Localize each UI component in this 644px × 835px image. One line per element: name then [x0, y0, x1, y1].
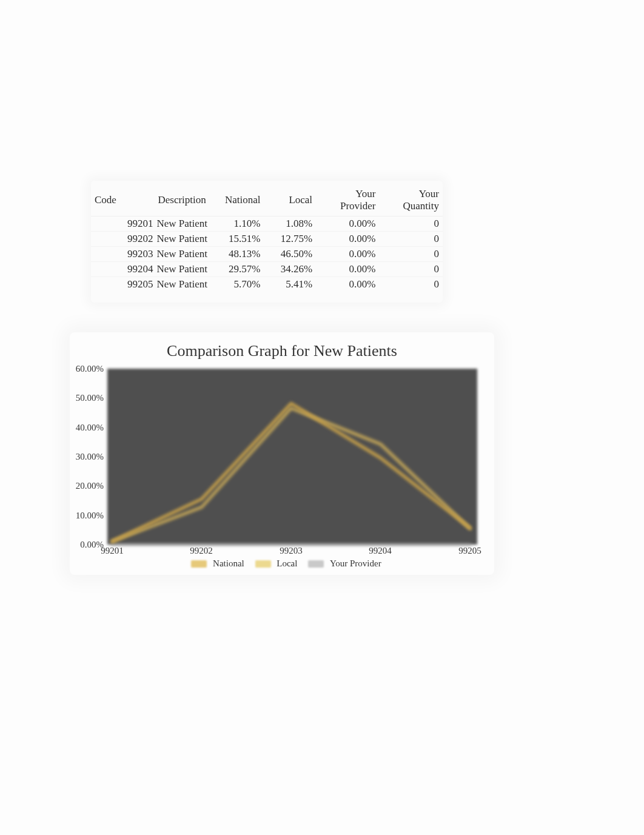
- y-tick: 0.00%: [70, 540, 104, 550]
- table-row: 99202 New Patient 15.51% 12.75% 0.00% 0: [91, 232, 443, 247]
- cell-desc: New Patient: [154, 232, 212, 247]
- cell-national: 29.57%: [212, 262, 264, 277]
- table-row: 99201 New Patient 1.10% 1.08% 0.00% 0: [91, 216, 443, 232]
- legend-label-national: National: [213, 558, 244, 568]
- cell-desc: New Patient: [154, 262, 212, 277]
- cell-code: 99205: [91, 277, 154, 292]
- legend-swatch-provider: [308, 560, 324, 568]
- chart-lines: [107, 369, 477, 545]
- chart-title: Comparison Graph for New Patients: [70, 332, 494, 360]
- comparison-chart: Comparison Graph for New Patients 0.00% …: [70, 332, 494, 575]
- cell-quantity: 0: [380, 232, 443, 247]
- cell-quantity: 0: [380, 247, 443, 262]
- col-quantity: Your Quantity: [380, 186, 443, 216]
- cell-quantity: 0: [380, 262, 443, 277]
- y-tick: 50.00%: [70, 393, 104, 403]
- cell-national: 48.13%: [212, 247, 264, 262]
- legend-label-provider: Your Provider: [330, 558, 381, 568]
- legend-swatch-local: [255, 560, 271, 568]
- cell-code: 99203: [91, 247, 154, 262]
- cell-code: 99201: [91, 216, 154, 232]
- table-header-row: Code Description National Local Your Pro…: [91, 186, 443, 216]
- y-tick: 60.00%: [70, 364, 104, 374]
- x-tick: 99203: [280, 546, 303, 556]
- table-row: 99203 New Patient 48.13% 46.50% 0.00% 0: [91, 247, 443, 262]
- col-local: Local: [264, 186, 316, 216]
- x-tick: 99201: [101, 546, 124, 556]
- table-row: 99204 New Patient 29.57% 34.26% 0.00% 0: [91, 262, 443, 277]
- x-tick: 99205: [458, 546, 481, 556]
- cell-provider: 0.00%: [316, 262, 379, 277]
- col-code: Code: [91, 186, 154, 216]
- table: Code Description National Local Your Pro…: [91, 186, 443, 292]
- cell-local: 46.50%: [264, 247, 316, 262]
- cell-local: 34.26%: [264, 262, 316, 277]
- cell-code: 99204: [91, 262, 154, 277]
- cell-code: 99202: [91, 232, 154, 247]
- col-description: Description: [154, 186, 212, 216]
- y-tick: 10.00%: [70, 510, 104, 520]
- legend-label-local: Local: [277, 558, 297, 568]
- y-tick: 40.00%: [70, 422, 104, 432]
- cell-local: 1.08%: [264, 216, 316, 232]
- cell-provider: 0.00%: [316, 216, 379, 232]
- cell-desc: New Patient: [154, 277, 212, 292]
- cell-national: 1.10%: [212, 216, 264, 232]
- cell-national: 5.70%: [212, 277, 264, 292]
- data-table: Code Description National Local Your Pro…: [91, 181, 443, 303]
- cell-desc: New Patient: [154, 247, 212, 262]
- x-tick: 99202: [190, 546, 213, 556]
- table-row: 99205 New Patient 5.70% 5.41% 0.00% 0: [91, 277, 443, 292]
- col-national: National: [212, 186, 264, 216]
- cell-quantity: 0: [380, 216, 443, 232]
- legend-swatch-national: [191, 560, 207, 568]
- cell-desc: New Patient: [154, 216, 212, 232]
- x-tick: 99204: [369, 546, 392, 556]
- cell-local: 5.41%: [264, 277, 316, 292]
- cell-quantity: 0: [380, 277, 443, 292]
- cell-provider: 0.00%: [316, 247, 379, 262]
- cell-provider: 0.00%: [316, 277, 379, 292]
- cell-provider: 0.00%: [316, 232, 379, 247]
- series-local: [112, 408, 470, 542]
- cell-national: 15.51%: [212, 232, 264, 247]
- y-tick: 20.00%: [70, 481, 104, 491]
- chart-legend: National Local Your Provider: [70, 558, 494, 569]
- cell-local: 12.75%: [264, 232, 316, 247]
- col-provider: Your Provider: [316, 186, 379, 216]
- y-tick: 30.00%: [70, 452, 104, 462]
